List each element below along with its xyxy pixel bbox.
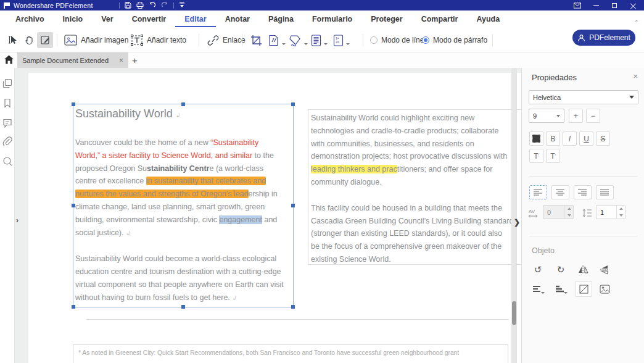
spinner-down-icon[interactable] — [617, 212, 625, 219]
menu-convertir[interactable]: Convertir — [123, 12, 176, 27]
header-footer-button[interactable] — [311, 32, 328, 48]
font-size-value: 9 — [533, 112, 537, 120]
spinner-up-icon[interactable] — [565, 206, 573, 212]
watermark-button[interactable] — [268, 32, 286, 48]
comments-icon[interactable] — [2, 118, 12, 130]
edit-tool-button[interactable] — [37, 32, 53, 48]
resize-handle[interactable] — [291, 204, 295, 207]
menu-archivo[interactable]: Archivo — [6, 12, 54, 27]
search-icon[interactable] — [2, 156, 12, 169]
font-family-select[interactable]: Helvetica — [529, 90, 638, 104]
char-spacing-input[interactable]: 0 — [543, 205, 574, 219]
align-right-button[interactable] — [574, 185, 592, 199]
paragraph: Sustainability World could highlight exc… — [311, 112, 521, 189]
expand-sidebar-icon[interactable]: › — [16, 216, 19, 225]
hand-tool-button[interactable] — [21, 32, 37, 48]
replace-image-button[interactable] — [596, 281, 613, 297]
caret-down-icon — [556, 115, 560, 117]
menu-editar[interactable]: Editar — [175, 12, 215, 27]
bookmarks-icon[interactable] — [2, 98, 12, 111]
select-tool-button[interactable] — [5, 32, 21, 48]
crop-object-button[interactable] — [575, 281, 592, 297]
watermark-dropdown-icon[interactable] — [282, 43, 286, 45]
bates-dropdown-icon[interactable] — [346, 43, 350, 45]
align-objects-button[interactable] — [529, 281, 547, 297]
home-button[interactable] — [4, 54, 14, 67]
line-mode-radio[interactable]: Modo de línea — [370, 32, 428, 48]
justify-button[interactable] — [596, 185, 614, 199]
paragraph-mode-radio[interactable]: Modo de párrafo — [422, 32, 487, 48]
account-button[interactable]: PDFelement — [572, 30, 635, 46]
text-block[interactable]: Sustainability World could highlight exc… — [308, 109, 521, 265]
header-footer-dropdown-icon[interactable] — [324, 43, 328, 45]
close-button[interactable] — [629, 2, 637, 9]
resize-handle[interactable] — [72, 305, 75, 309]
pdf-page[interactable]: Sustainability World ↲ Vancouver could b… — [28, 73, 521, 363]
undo-icon[interactable] — [149, 2, 156, 9]
attachments-icon[interactable] — [2, 136, 12, 149]
rotate-right-button[interactable]: ↻ — [552, 262, 569, 278]
resize-handle[interactable] — [181, 305, 185, 309]
document-area[interactable]: Sustainability World ↲ Vancouver could b… — [15, 68, 521, 363]
account-button-label: PDFelement — [589, 33, 630, 42]
font-size-select[interactable]: 9 — [529, 109, 564, 123]
save-icon[interactable] — [125, 2, 131, 9]
add-image-button[interactable]: Añadir imagen — [64, 32, 128, 48]
minimize-button[interactable] — [592, 2, 600, 9]
menu-ayuda[interactable]: Ayuda — [467, 12, 509, 27]
background-button[interactable] — [289, 32, 308, 48]
menu-formulario[interactable]: Formulario — [303, 12, 361, 27]
tab-close-icon[interactable]: × — [119, 56, 123, 65]
flip-horizontal-button[interactable] — [575, 262, 592, 278]
spinner-down-icon[interactable] — [565, 212, 573, 219]
line-spacing-input[interactable]: 1 — [596, 205, 625, 219]
decrease-size-button[interactable]: − — [586, 109, 600, 123]
menu-inicio[interactable]: Inicio — [54, 12, 93, 27]
align-center-button[interactable] — [551, 185, 569, 199]
underline-button[interactable]: U — [579, 131, 593, 146]
resize-handle[interactable] — [181, 102, 185, 106]
distribute-objects-button[interactable] — [552, 281, 569, 297]
rotate-left-button[interactable]: ↺ — [529, 262, 547, 278]
messages-icon[interactable] — [574, 2, 581, 9]
selected-text-block[interactable]: Sustainability World ↲ Vancouver could b… — [73, 104, 294, 307]
collapse-panel-icon[interactable]: ❯ — [514, 218, 520, 227]
menu-pagina[interactable]: Página — [259, 12, 303, 27]
increase-size-button[interactable]: + — [569, 109, 583, 123]
italic-button[interactable]: I — [563, 131, 577, 146]
menu-proteger[interactable]: Proteger — [361, 12, 411, 27]
redo-icon[interactable] — [161, 2, 168, 9]
font-color-button[interactable] — [529, 131, 543, 146]
collapse-toolbar-icon[interactable]: ⌃ — [634, 19, 639, 26]
panel-title: Propiedades — [532, 73, 577, 82]
vertical-scrollbar[interactable] — [511, 68, 517, 363]
flip-vertical-button[interactable] — [596, 262, 613, 278]
background-dropdown-icon[interactable] — [304, 43, 308, 45]
scrollbar-thumb[interactable] — [512, 301, 516, 325]
resize-handle[interactable] — [72, 102, 75, 106]
bold-button[interactable]: B — [546, 131, 560, 146]
superscript-button[interactable]: T' — [529, 149, 543, 163]
thumbnails-icon[interactable] — [2, 78, 12, 91]
align-left-button[interactable] — [529, 185, 547, 199]
spinner-up-icon[interactable] — [617, 206, 625, 212]
resize-handle[interactable] — [72, 204, 75, 207]
panel-close-icon[interactable]: × — [633, 72, 638, 81]
bates-numbering-button[interactable]: 1=2= — [333, 32, 350, 48]
resize-handle[interactable] — [291, 305, 295, 309]
maximize-button[interactable] — [611, 2, 618, 9]
subscript-button[interactable]: T' — [546, 149, 560, 163]
add-text-button[interactable]: Añadir texto — [131, 32, 186, 48]
menu-anotar[interactable]: Anotar — [216, 12, 259, 27]
resize-handle[interactable] — [291, 102, 295, 106]
document-tab[interactable]: Sample Document Extended × — [17, 52, 128, 68]
print-icon[interactable] — [136, 2, 144, 9]
strikethrough-button[interactable]: S — [596, 131, 610, 146]
menu-compartir[interactable]: Compartir — [412, 12, 468, 27]
crop-tool-button[interactable] — [248, 32, 264, 48]
divider — [492, 34, 493, 46]
customize-quickbar-icon[interactable] — [179, 2, 185, 8]
new-tab-button[interactable]: + — [132, 55, 138, 65]
menu-ver[interactable]: Ver — [92, 12, 122, 27]
link-button[interactable]: Enlace — [207, 32, 246, 48]
